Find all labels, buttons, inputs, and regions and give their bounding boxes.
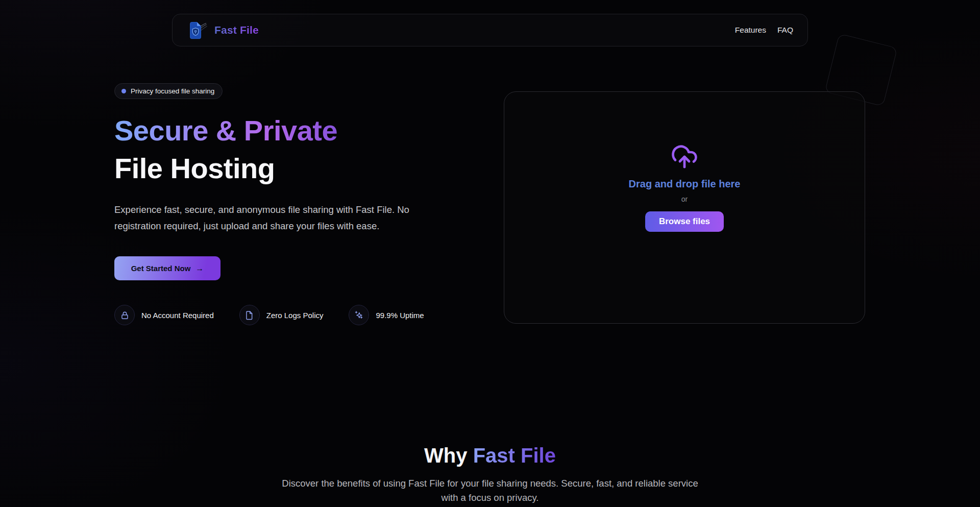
why-section: Why Fast File Discover the benefits of u… <box>0 444 980 505</box>
badge-dot-icon <box>121 89 126 93</box>
feature-list: No Account Required Zero Logs Policy 99.… <box>114 305 431 325</box>
upload-dropzone[interactable]: Drag and drop file here or Browse files <box>504 91 865 324</box>
hero-description: Experience fast, secure, and anonymous f… <box>114 202 410 234</box>
badge-label: Privacy focused file sharing <box>131 87 214 95</box>
hero-section: Privacy focused file sharing Secure & Pr… <box>114 83 431 325</box>
title-line-white: File Hosting <box>114 150 431 187</box>
navbar: Fast File Features FAQ <box>172 14 808 46</box>
cloud-upload-icon <box>671 143 698 171</box>
lock-icon <box>114 305 135 325</box>
feature-label: 99.9% Uptime <box>376 311 424 320</box>
feature-label: No Account Required <box>141 311 214 320</box>
title-line-gradient: Secure & Private <box>114 112 431 150</box>
nav-links: Features FAQ <box>735 26 793 35</box>
privacy-badge: Privacy focused file sharing <box>114 83 223 99</box>
feature-uptime: 99.9% Uptime <box>349 305 424 325</box>
nav-link-faq[interactable]: FAQ <box>777 26 793 35</box>
feature-no-account: No Account Required <box>114 305 214 325</box>
drop-instruction: Drag and drop file here <box>629 178 741 190</box>
brand-name: Fast File <box>214 24 259 36</box>
why-title-prefix: Why <box>424 444 473 467</box>
why-subtitle: Discover the benefits of using Fast File… <box>278 476 702 505</box>
brand-logo[interactable]: Fast File <box>187 19 259 41</box>
sparkles-icon <box>349 305 369 325</box>
or-separator: or <box>681 195 688 203</box>
document-icon <box>239 305 260 325</box>
page-title: Secure & Private File Hosting <box>114 112 431 187</box>
arrow-right-icon: → <box>195 264 204 273</box>
feature-label: Zero Logs Policy <box>266 311 324 320</box>
why-title-highlight: Fast File <box>473 444 556 467</box>
nav-link-features[interactable]: Features <box>735 26 766 35</box>
why-title: Why Fast File <box>0 444 980 467</box>
browse-files-button[interactable]: Browse files <box>645 211 724 232</box>
fast-file-logo-icon <box>187 19 207 41</box>
feature-zero-logs: Zero Logs Policy <box>239 305 324 325</box>
get-started-button[interactable]: Get Started Now → <box>114 256 220 280</box>
get-started-label: Get Started Now <box>131 264 191 273</box>
